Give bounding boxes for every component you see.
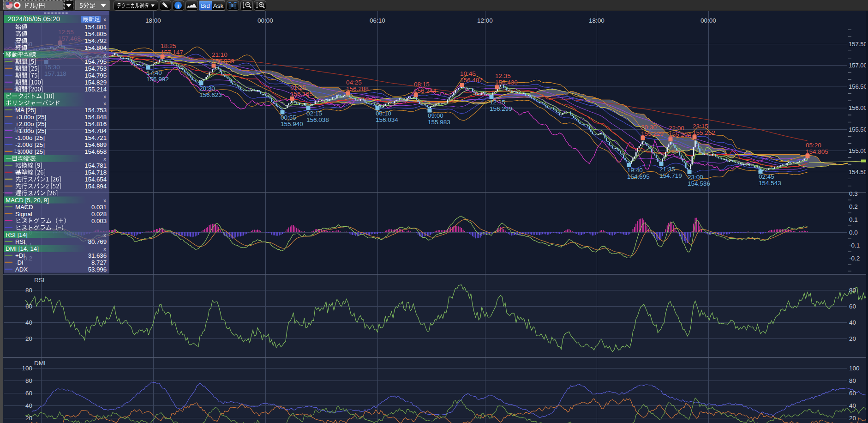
svg-text:10:45: 10:45 xyxy=(460,70,476,77)
svg-text:154.695: 154.695 xyxy=(627,173,650,180)
svg-text:18:00: 18:00 xyxy=(145,17,161,24)
svg-text:154.50: 154.50 xyxy=(849,169,867,175)
svg-text:12:35: 12:35 xyxy=(495,73,511,79)
svg-text:05:20: 05:20 xyxy=(806,142,821,149)
svg-text:155.252: 155.252 xyxy=(693,129,715,136)
svg-text:21:35: 21:35 xyxy=(659,166,675,173)
svg-text:00:55: 00:55 xyxy=(281,114,296,121)
svg-text:154.894: 154.894 xyxy=(84,183,107,190)
svg-text:154.536: 154.536 xyxy=(688,180,710,187)
svg-text:155.00: 155.00 xyxy=(849,147,867,154)
svg-text:154.816: 154.816 xyxy=(84,121,107,127)
svg-text:100: 100 xyxy=(849,365,860,372)
svg-text:19:40: 19:40 xyxy=(627,167,643,174)
svg-text:154.804: 154.804 xyxy=(84,44,107,51)
svg-text:-1.00σ [25]: -1.00σ [25] xyxy=(15,134,45,141)
svg-text:154.848: 154.848 xyxy=(84,114,107,121)
svg-text:Ask: Ask xyxy=(213,2,224,9)
svg-text:21:10: 21:10 xyxy=(212,51,227,58)
svg-text:154.718: 154.718 xyxy=(84,169,107,176)
svg-text:20: 20 xyxy=(25,335,32,342)
svg-text:53.996: 53.996 xyxy=(88,266,107,273)
svg-text:2024/06/05 05:20: 2024/06/05 05:20 xyxy=(8,15,60,23)
svg-text:RSI: RSI xyxy=(34,277,45,284)
svg-text:ADX: ADX xyxy=(15,266,28,273)
svg-text:-0.1: -0.1 xyxy=(849,242,860,249)
svg-text:20:30: 20:30 xyxy=(199,85,215,92)
svg-text:80: 80 xyxy=(25,377,32,384)
svg-text:09:00: 09:00 xyxy=(428,112,443,119)
svg-text:23:00: 23:00 xyxy=(688,174,703,181)
svg-text:154.654: 154.654 xyxy=(84,176,107,183)
svg-text:0.3: 0.3 xyxy=(849,190,858,197)
svg-text:RSI [14]: RSI [14] xyxy=(6,231,28,238)
svg-text:x: x xyxy=(103,246,106,252)
svg-text:156.038: 156.038 xyxy=(306,116,329,123)
svg-text:8.727: 8.727 xyxy=(91,259,107,266)
svg-text:-0.2: -0.2 xyxy=(849,255,860,262)
svg-text:155.229: 155.229 xyxy=(641,130,664,137)
svg-text:154.795: 154.795 xyxy=(84,58,107,65)
svg-text:154.658: 154.658 xyxy=(84,148,107,155)
svg-text:80: 80 xyxy=(25,287,32,294)
svg-text:20: 20 xyxy=(849,415,856,422)
svg-text:02:45: 02:45 xyxy=(759,173,774,180)
svg-text:x: x xyxy=(103,17,106,22)
svg-text:60: 60 xyxy=(25,303,32,310)
svg-text:23:15: 23:15 xyxy=(693,123,708,130)
svg-text:155.983: 155.983 xyxy=(428,119,450,126)
svg-text:154.753: 154.753 xyxy=(84,65,107,72)
svg-text:+DI: +DI xyxy=(15,252,25,259)
svg-text:155.940: 155.940 xyxy=(281,121,303,127)
svg-text:+3.00σ [25]: +3.00σ [25] xyxy=(15,114,46,121)
svg-text:156.299: 156.299 xyxy=(490,105,512,112)
svg-text:MACD: MACD xyxy=(15,204,33,211)
svg-text:156.430: 156.430 xyxy=(495,79,518,86)
svg-text:-3.00σ [25]: -3.00σ [25] xyxy=(15,148,45,155)
svg-text:155.214: 155.214 xyxy=(84,86,107,93)
svg-text:156.623: 156.623 xyxy=(199,91,222,98)
svg-text:154.792: 154.792 xyxy=(84,37,107,44)
svg-text:156.288: 156.288 xyxy=(346,85,369,92)
svg-text:154.801: 154.801 xyxy=(84,24,107,30)
svg-text:DMI: DMI xyxy=(34,360,46,367)
svg-text:157.00: 157.00 xyxy=(849,62,867,69)
svg-text:+2.00σ [25]: +2.00σ [25] xyxy=(15,121,46,127)
svg-text:40: 40 xyxy=(25,402,32,409)
svg-text:06:10: 06:10 xyxy=(370,17,385,24)
svg-text:12:15: 12:15 xyxy=(490,99,505,106)
svg-text:80: 80 xyxy=(849,287,856,294)
svg-text:x: x xyxy=(103,232,106,238)
svg-text:156.034: 156.034 xyxy=(376,116,398,123)
svg-text:156.939: 156.939 xyxy=(212,58,234,65)
svg-text:156.00: 156.00 xyxy=(849,104,867,111)
svg-text:04:25: 04:25 xyxy=(346,79,362,86)
svg-text:154.689: 154.689 xyxy=(84,141,107,148)
svg-text:18:00: 18:00 xyxy=(589,17,605,24)
svg-text:22:00: 22:00 xyxy=(669,125,684,132)
svg-text:x: x xyxy=(103,52,106,58)
svg-text:154.753: 154.753 xyxy=(84,107,107,114)
svg-text:08:15: 08:15 xyxy=(414,81,430,88)
svg-text:DMI [14, 14]: DMI [14, 14] xyxy=(6,245,39,252)
svg-text:+1.00σ [25]: +1.00σ [25] xyxy=(15,127,46,134)
svg-text:0.2: 0.2 xyxy=(849,203,858,210)
svg-text:154.784: 154.784 xyxy=(84,127,107,134)
svg-text:x: x xyxy=(103,156,106,162)
svg-text:02:15: 02:15 xyxy=(306,110,322,117)
svg-text:MACD [5, 20, 9]: MACD [5, 20, 9] xyxy=(6,197,49,204)
svg-text:156.992: 156.992 xyxy=(146,76,169,83)
svg-text:154.721: 154.721 xyxy=(84,134,107,141)
svg-text:i: i xyxy=(177,2,179,9)
svg-text:20: 20 xyxy=(849,335,856,342)
svg-text:0.0: 0.0 xyxy=(849,229,858,236)
svg-text:80: 80 xyxy=(849,377,856,384)
svg-text:60: 60 xyxy=(25,390,32,397)
svg-text:31.636: 31.636 xyxy=(88,252,107,259)
svg-text:Bid: Bid xyxy=(201,2,210,9)
svg-text:154.829: 154.829 xyxy=(84,79,107,86)
svg-text:12:00: 12:00 xyxy=(477,17,493,24)
svg-text:156.50: 156.50 xyxy=(849,83,867,90)
svg-text:40: 40 xyxy=(849,319,856,326)
svg-text:17:40: 17:40 xyxy=(146,69,162,76)
